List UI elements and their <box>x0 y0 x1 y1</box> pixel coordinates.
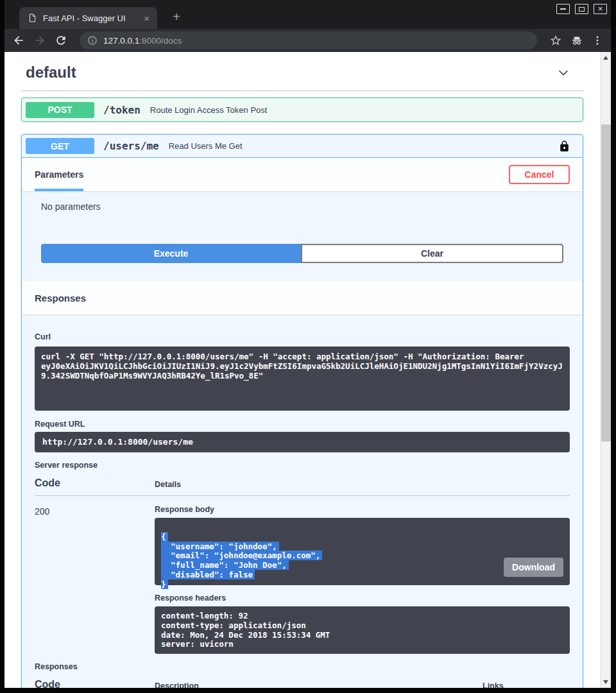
scrollbar-up-arrow[interactable] <box>603 56 608 60</box>
responses-section-header: Responses <box>22 281 583 314</box>
parameters-body: No parameters Execute Clear <box>22 191 583 281</box>
opblock-post-token: POST /token Route Login Access Token Pos… <box>21 98 583 122</box>
no-parameters-text: No parameters <box>41 201 563 212</box>
url-path: :8000/docs <box>139 36 182 46</box>
op-path-token: /token <box>103 104 141 116</box>
server-response-table: Code Details 200 Response body { "userna… <box>35 477 570 654</box>
browser-tab[interactable]: Fast API - Swagger UI × <box>19 7 157 29</box>
site-info-icon[interactable] <box>87 35 98 46</box>
responses-body: Curl curl -X GET "http://127.0.0.1:8000/… <box>22 314 583 688</box>
parameters-section-header: Parameters Cancel <box>22 158 583 191</box>
maximize-button[interactable] <box>575 4 588 14</box>
execute-row: Execute Clear <box>41 244 563 263</box>
tab-close-icon[interactable]: × <box>142 13 151 24</box>
maximize-icon <box>579 7 585 12</box>
minimize-icon <box>560 8 566 10</box>
responses-title: Responses <box>35 293 86 304</box>
tab-title: Fast API - Swagger UI <box>43 13 142 23</box>
server-response-table-header: Code Details <box>35 477 570 496</box>
incognito-icon <box>570 34 583 47</box>
forward-icon[interactable] <box>33 34 46 47</box>
op-summary-users-me: Read Users Me Get <box>169 141 243 151</box>
details-column-header: Details <box>155 480 181 489</box>
curl-label: Curl <box>35 332 570 341</box>
back-icon[interactable] <box>12 34 25 47</box>
request-url-label: Request URL <box>35 420 570 429</box>
method-badge-get: GET <box>26 138 94 154</box>
doc-links-header: Links <box>474 681 570 688</box>
tag-section-header[interactable]: default <box>21 60 583 83</box>
request-url-block: http://127.0.0.1:8000/users/me <box>35 432 570 452</box>
documented-responses-header: Code Description Links <box>35 679 570 688</box>
doc-code-header: Code <box>35 679 155 688</box>
clear-button[interactable]: Clear <box>301 244 563 263</box>
authorize-lock-button[interactable] <box>558 139 570 153</box>
documented-responses-label: Responses <box>35 662 570 671</box>
execute-button[interactable]: Execute <box>41 244 301 263</box>
close-icon: × <box>598 5 603 13</box>
browser-titlebar: Fast API - Swagger UI × + × <box>4 0 611 29</box>
op-path-users-me: /users/me <box>103 140 159 152</box>
opblock-get-header[interactable]: GET /users/me Read Users Me Get <box>22 135 583 158</box>
new-tab-button[interactable]: + <box>169 10 184 23</box>
browser-window: Fast API - Swagger UI × + × 127.0.0.1:80… <box>0 0 616 693</box>
method-badge-post: POST <box>26 102 94 118</box>
server-response-row: 200 Response body { "username": "johndoe… <box>35 496 570 654</box>
window-controls: × <box>556 4 607 14</box>
scrollbar-down-arrow[interactable] <box>603 680 608 684</box>
response-body-json: { "username": "johndoe", "email": "johnd… <box>161 533 563 590</box>
reload-icon[interactable] <box>55 34 67 47</box>
tag-title: default <box>26 64 76 81</box>
response-body-label: Response body <box>155 505 570 514</box>
browser-toolbar: 127.0.0.1:8000/docs <box>4 29 611 52</box>
response-body-block: { "username": "johndoe", "email": "johnd… <box>155 518 570 585</box>
download-button[interactable]: Download <box>504 558 563 577</box>
page-viewport: default POST /token Route Login Access T… <box>4 52 611 688</box>
bookmark-star-icon[interactable] <box>549 34 562 47</box>
opblock-get-users-me: GET /users/me Read Users Me Get Paramete… <box>21 134 583 688</box>
section-divider <box>21 90 583 91</box>
server-response-label: Server response <box>35 461 570 470</box>
opblock-post-header[interactable]: POST /token Route Login Access Token Pos… <box>22 98 583 121</box>
close-button[interactable]: × <box>594 4 607 14</box>
doc-description-header: Description <box>155 681 474 688</box>
status-code: 200 <box>35 505 155 654</box>
url-host: 127.0.0.1 <box>103 36 139 46</box>
chevron-down-icon[interactable] <box>556 65 570 80</box>
tab-parameters: Parameters <box>35 158 83 191</box>
page-favicon-icon <box>28 13 37 23</box>
curl-command-block: curl -X GET "http://127.0.0.1:8000/users… <box>35 346 570 411</box>
op-summary-token: Route Login Access Token Post <box>150 105 268 115</box>
page-scrollbar[interactable] <box>600 52 611 688</box>
minimize-button[interactable] <box>556 4 570 14</box>
url-bar[interactable]: 127.0.0.1:8000/docs <box>80 31 537 49</box>
code-column-header: Code <box>35 477 155 489</box>
lock-icon <box>558 139 570 153</box>
scrollbar-thumb[interactable] <box>601 124 611 441</box>
swagger-page: default POST /token Route Login Access T… <box>4 52 600 688</box>
cancel-button[interactable]: Cancel <box>509 165 570 184</box>
browser-menu-icon[interactable] <box>592 34 603 47</box>
